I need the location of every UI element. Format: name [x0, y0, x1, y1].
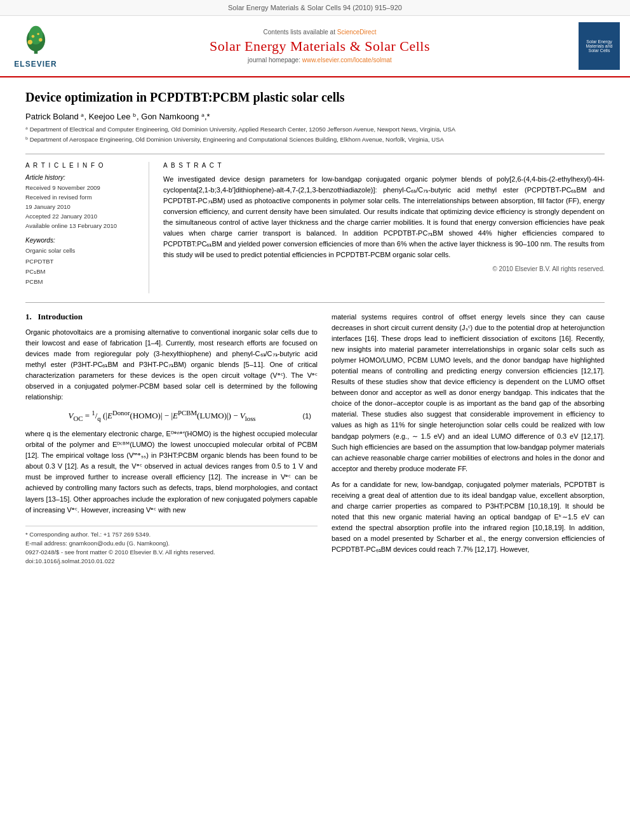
accepted-date: Accepted 22 January 2010	[25, 211, 140, 221]
body-left-col: 1. Introduction Organic photovoltaics ar…	[25, 312, 318, 566]
received-date: Received 9 November 2009	[25, 183, 140, 192]
equation-number: (1)	[292, 412, 311, 420]
online-date: Available online 13 February 2010	[25, 221, 140, 230]
abstract-label: A B S T R A C T	[163, 162, 605, 169]
footnote-issn: 0927-0248/$ - see front matter © 2010 El…	[25, 548, 318, 557]
svg-point-4	[39, 38, 42, 42]
body-right-col: material systems requires control of off…	[332, 312, 605, 566]
contents-available-line: Contents lists available at ScienceDirec…	[70, 29, 570, 36]
journal-topbar: Solar Energy Materials & Solar Cells 94 …	[0, 0, 630, 16]
abstract-col: A B S T R A C T We investigated device d…	[163, 162, 605, 294]
affil-a: ᵃ Department of Electrical and Computer …	[25, 125, 605, 134]
article-history: Article history: Received 9 November 200…	[25, 174, 140, 231]
article-info-col: A R T I C L E I N F O Article history: R…	[25, 162, 149, 294]
history-heading: Article history:	[25, 174, 140, 181]
authors-line: Patrick Boland ᵃ, Keejoo Lee ᵇ, Gon Namk…	[25, 112, 605, 121]
svg-point-3	[27, 40, 32, 44]
affil-b: ᵇ Department of Aerospace Engineering, O…	[25, 135, 605, 144]
article-info-label: A R T I C L E I N F O	[25, 162, 140, 169]
intro-heading: 1. Introduction	[25, 312, 318, 322]
article-title: Device optimization in PCPDTBT:PCBM plas…	[25, 89, 605, 105]
right-para1: material systems requires control of off…	[332, 312, 605, 474]
affiliations: ᵃ Department of Electrical and Computer …	[25, 125, 605, 145]
journal-citation: Solar Energy Materials & Solar Cells 94 …	[228, 4, 402, 11]
abstract-text: We investigated device design parameters…	[163, 174, 605, 260]
info-abstract-section: A R T I C L E I N F O Article history: R…	[25, 154, 605, 294]
equation-formula: VOC = 1/q (|EDonor(HOMO)| − |EPCBM(LUMO)…	[32, 409, 292, 422]
homepage-link[interactable]: www.elsevier.com/locate/solmat	[302, 57, 392, 63]
journal-thumbnail: Solar Energy Materials and Solar Cells	[579, 22, 620, 70]
journal-homepage: journal homepage: www.elsevier.com/locat…	[70, 57, 570, 63]
journal-header: ELSEVIER Contents lists available at Sci…	[0, 16, 630, 77]
keyword-3: PC₁BM	[25, 267, 140, 277]
keywords-block: Keywords: Organic solar cells PCPDTBT PC…	[25, 237, 140, 287]
sciencedirect-link[interactable]: ScienceDirect	[337, 29, 377, 36]
keyword-2: PCPDTBT	[25, 257, 140, 267]
elsevier-logo: ELSEVIER	[10, 23, 61, 69]
intro-para1: Organic photovoltaics are a promising al…	[25, 327, 318, 403]
body-section: 1. Introduction Organic photovoltaics ar…	[25, 302, 605, 566]
svg-point-5	[31, 35, 34, 38]
equation-1: VOC = 1/q (|EDonor(HOMO)| − |EPCBM(LUMO)…	[25, 409, 318, 422]
footnote-email: E-mail address: gnamkoon@odu.edu (G. Nam…	[25, 539, 318, 548]
journal-title-area: Contents lists available at ScienceDirec…	[70, 29, 570, 63]
keywords-heading: Keywords:	[25, 237, 140, 244]
keyword-4: PCBM	[25, 277, 140, 287]
keyword-1: Organic solar cells	[25, 246, 140, 256]
right-para2: As for a candidate for new, low-bandgap,…	[332, 479, 605, 555]
footnotes: * Corresponding author. Tel.: +1 757 269…	[25, 526, 318, 566]
copyright-line: © 2010 Elsevier B.V. All rights reserved…	[163, 265, 605, 272]
revised-date: 19 January 2010	[25, 202, 140, 211]
footnote-star: * Corresponding author. Tel.: +1 757 269…	[25, 530, 318, 539]
intro-para2: where q is the elementary electronic cha…	[25, 429, 318, 515]
footnote-doi: doi:10.1016/j.solmat.2010.01.022	[25, 557, 318, 566]
journal-title: Solar Energy Materials & Solar Cells	[70, 38, 570, 55]
revised-label: Received in revised form	[25, 192, 140, 202]
elsevier-wordmark: ELSEVIER	[14, 60, 57, 69]
svg-point-6	[37, 33, 39, 36]
page: Solar Energy Materials & Solar Cells 94 …	[0, 0, 630, 840]
article-content: Device optimization in PCPDTBT:PCBM plas…	[0, 77, 630, 579]
